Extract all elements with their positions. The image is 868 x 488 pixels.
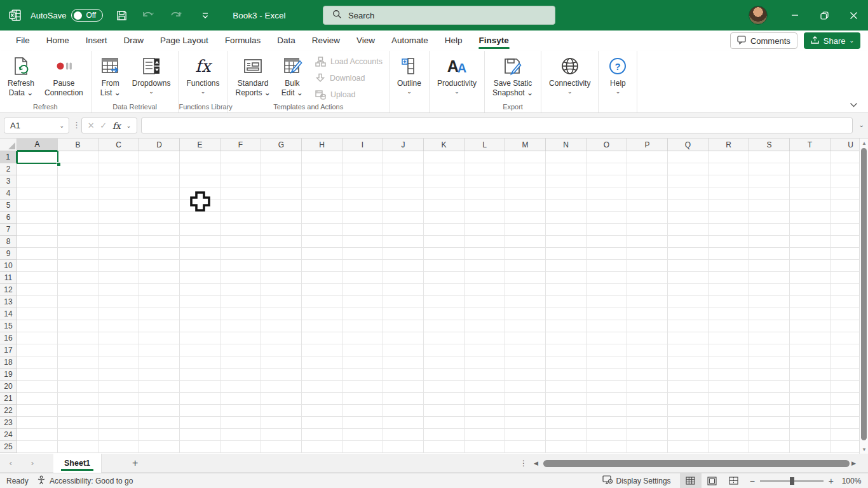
cell-r17[interactable] [709,344,749,356]
cell-d15[interactable] [139,320,180,332]
cell-q17[interactable] [668,344,709,356]
row-header-21[interactable]: 21 [0,393,17,405]
cell-i12[interactable] [342,284,383,296]
cell-o12[interactable] [587,284,627,296]
cell-q5[interactable] [668,200,709,212]
zoom-in-icon[interactable]: + [829,476,834,486]
cell-p17[interactable] [627,344,668,356]
cell-s25[interactable] [749,441,790,453]
cell-m4[interactable] [505,187,546,200]
cell-d14[interactable] [139,308,180,320]
column-header-j[interactable]: J [383,139,424,151]
cell-u4[interactable] [831,187,859,200]
sheet-tab-sheet1[interactable]: Sheet1 [53,454,102,473]
cell-d9[interactable] [139,248,180,260]
tab-home[interactable]: Home [39,32,76,50]
cell-n1[interactable] [546,151,587,163]
column-header-a[interactable]: A [17,139,58,151]
cell-g11[interactable] [261,272,302,284]
cell-c20[interactable] [98,381,139,393]
cell-d11[interactable] [139,272,180,284]
cell-k9[interactable] [424,248,465,260]
cell-u15[interactable] [831,320,859,332]
cell-g8[interactable] [261,236,302,248]
cell-j23[interactable] [383,417,424,429]
cell-h4[interactable] [302,187,342,200]
tab-file[interactable]: File [9,32,37,50]
cell-d8[interactable] [139,236,180,248]
cell-d25[interactable] [139,441,180,453]
cell-n17[interactable] [546,344,587,356]
cell-q22[interactable] [668,405,709,417]
cell-p11[interactable] [627,272,668,284]
cancel-icon[interactable]: ✕ [88,121,95,130]
cell-n21[interactable] [546,393,587,405]
cell-e19[interactable] [180,369,220,381]
row-header-7[interactable]: 7 [0,224,17,236]
cell-e23[interactable] [180,417,220,429]
cell-m23[interactable] [505,417,546,429]
cell-p13[interactable] [627,296,668,308]
row-header-17[interactable]: 17 [0,344,17,356]
cell-q10[interactable] [668,260,709,272]
cell-e5[interactable] [180,200,220,212]
cell-l25[interactable] [465,441,505,453]
row-header-1[interactable]: 1 [0,151,17,163]
cell-s4[interactable] [749,187,790,200]
tab-page-layout[interactable]: Page Layout [153,32,215,50]
cell-n11[interactable] [546,272,587,284]
cell-q14[interactable] [668,308,709,320]
cell-l4[interactable] [465,187,505,200]
cell-a11[interactable] [17,272,58,284]
normal-view-button[interactable] [680,473,702,488]
row-header-25[interactable]: 25 [0,441,17,453]
cell-p7[interactable] [627,224,668,236]
cell-i3[interactable] [342,175,383,187]
column-header-r[interactable]: R [709,139,749,151]
cell-h17[interactable] [302,344,342,356]
cell-j14[interactable] [383,308,424,320]
cell-f2[interactable] [220,163,261,175]
cell-c25[interactable] [98,441,139,453]
cell-j12[interactable] [383,284,424,296]
column-header-t[interactable]: T [790,139,831,151]
cell-l7[interactable] [465,224,505,236]
cell-k17[interactable] [424,344,465,356]
cell-k11[interactable] [424,272,465,284]
row-header-12[interactable]: 12 [0,284,17,296]
cell-o16[interactable] [587,332,627,344]
cell-b16[interactable] [58,332,98,344]
cell-o21[interactable] [587,393,627,405]
cell-j17[interactable] [383,344,424,356]
cell-h20[interactable] [302,381,342,393]
cell-u5[interactable] [831,200,859,212]
vertical-scrollbar-thumb[interactable] [861,148,867,440]
standard-reports-button[interactable]: StandardReports ⌄ [230,52,275,104]
cell-r14[interactable] [709,308,749,320]
share-button[interactable]: Share ⌄ [804,32,860,49]
cell-p16[interactable] [627,332,668,344]
cell-q18[interactable] [668,356,709,369]
cell-t21[interactable] [790,393,831,405]
cell-f4[interactable] [220,187,261,200]
cell-k4[interactable] [424,187,465,200]
cell-h23[interactable] [302,417,342,429]
cell-i10[interactable] [342,260,383,272]
cell-d21[interactable] [139,393,180,405]
cell-h3[interactable] [302,175,342,187]
column-header-h[interactable]: H [302,139,342,151]
cell-a19[interactable] [17,369,58,381]
cell-l14[interactable] [465,308,505,320]
row-header-5[interactable]: 5 [0,200,17,212]
cell-u16[interactable] [831,332,859,344]
scroll-down-icon[interactable]: ▼ [860,445,868,454]
row-header-14[interactable]: 14 [0,308,17,320]
cell-h25[interactable] [302,441,342,453]
cell-e3[interactable] [180,175,220,187]
cell-h10[interactable] [302,260,342,272]
cell-o18[interactable] [587,356,627,369]
cell-f7[interactable] [220,224,261,236]
column-header-o[interactable]: O [587,139,627,151]
cell-j7[interactable] [383,224,424,236]
cell-k20[interactable] [424,381,465,393]
